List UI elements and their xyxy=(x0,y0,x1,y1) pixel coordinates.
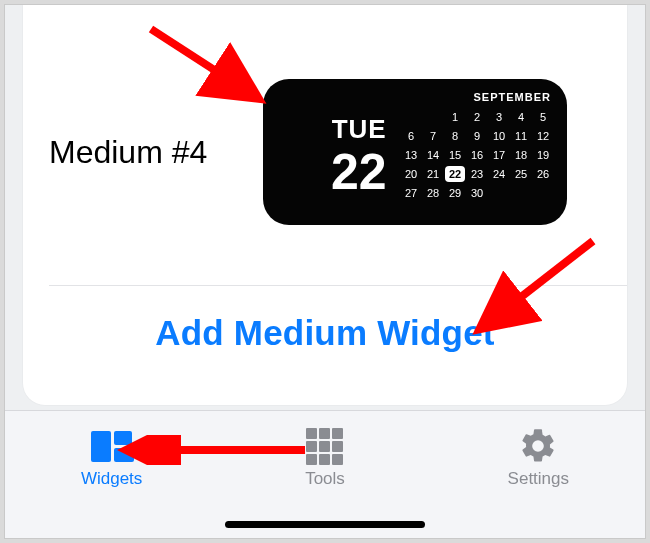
calendar-day-cell: 11 xyxy=(511,128,531,144)
calendar-day-cell: 15 xyxy=(445,147,465,163)
widget-option-card: Medium #4 TUE 22 SEPTEMBER 1234567891011… xyxy=(23,4,627,405)
calendar-widget-preview: TUE 22 SEPTEMBER 12345678910111213141516… xyxy=(263,79,567,225)
calendar-day-cell: 7 xyxy=(423,128,443,144)
calendar-day-cell xyxy=(423,109,443,125)
calendar-day-cell: 23 xyxy=(467,166,487,182)
home-indicator[interactable] xyxy=(225,521,425,528)
widget-date-block: TUE 22 xyxy=(263,79,391,225)
tab-widgets[interactable]: Widgets xyxy=(32,427,192,489)
tab-settings-label: Settings xyxy=(508,469,569,489)
calendar-day-cell: 26 xyxy=(533,166,553,182)
calendar-day-cell: 16 xyxy=(467,147,487,163)
calendar-day-cell: 21 xyxy=(423,166,443,182)
calendar-day-cell: 24 xyxy=(489,166,509,182)
tab-tools[interactable]: Tools xyxy=(245,427,405,489)
calendar-day-cell: 18 xyxy=(511,147,531,163)
calendar-day-cell: 27 xyxy=(401,185,421,201)
calendar-day-cell: 28 xyxy=(423,185,443,201)
calendar-day-cell: 6 xyxy=(401,128,421,144)
gear-icon xyxy=(516,427,560,465)
calendar-day-cell: 13 xyxy=(401,147,421,163)
calendar-day-cell xyxy=(401,109,421,125)
tab-tools-label: Tools xyxy=(305,469,345,489)
calendar-day-cell: 14 xyxy=(423,147,443,163)
tab-bar: Widgets Tools Settings xyxy=(5,410,645,538)
calendar-day-cell: 12 xyxy=(533,128,553,144)
calendar-day-cell: 5 xyxy=(533,109,553,125)
calendar-day-cell: 10 xyxy=(489,128,509,144)
calendar-day-cell: 9 xyxy=(467,128,487,144)
widgets-icon xyxy=(90,427,134,465)
widget-day-abbr: TUE xyxy=(332,114,387,145)
tab-widgets-label: Widgets xyxy=(81,469,142,489)
calendar-day-cell: 3 xyxy=(489,109,509,125)
calendar-day-cell: 19 xyxy=(533,147,553,163)
calendar-day-cell: 4 xyxy=(511,109,531,125)
calendar-day-cell: 29 xyxy=(445,185,465,201)
calendar-day-cell xyxy=(489,185,509,201)
calendar-day-cell: 22 xyxy=(445,166,465,182)
calendar-day-cell: 20 xyxy=(401,166,421,182)
calendar-day-cell: 25 xyxy=(511,166,531,182)
widget-option-row[interactable]: Medium #4 TUE 22 SEPTEMBER 1234567891011… xyxy=(23,37,627,267)
tools-grid-icon xyxy=(303,427,347,465)
widget-calendar-grid: 1234567891011121314151617181920212223242… xyxy=(399,109,553,201)
tab-settings[interactable]: Settings xyxy=(458,427,618,489)
calendar-day-cell: 17 xyxy=(489,147,509,163)
calendar-day-cell: 1 xyxy=(445,109,465,125)
widget-option-label: Medium #4 xyxy=(49,134,259,171)
calendar-day-cell: 2 xyxy=(467,109,487,125)
calendar-day-cell xyxy=(511,185,531,201)
widget-month-label: SEPTEMBER xyxy=(399,91,553,103)
add-medium-widget-button[interactable]: Add Medium Widget xyxy=(23,285,627,381)
widget-month-calendar: SEPTEMBER 123456789101112131415161718192… xyxy=(391,79,567,225)
calendar-day-cell: 30 xyxy=(467,185,487,201)
widget-date-number: 22 xyxy=(331,147,387,197)
calendar-day-cell: 8 xyxy=(445,128,465,144)
calendar-day-cell xyxy=(533,185,553,201)
